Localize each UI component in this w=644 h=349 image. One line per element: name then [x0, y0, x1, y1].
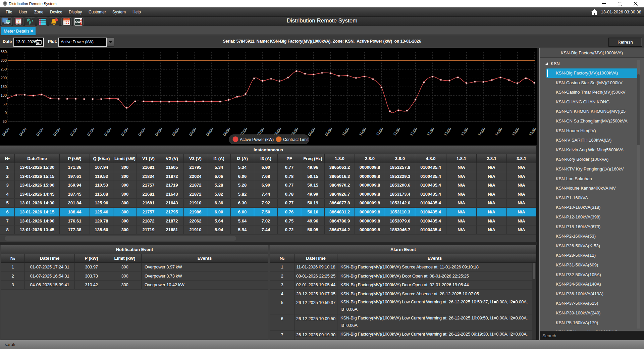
svg-text:Active Power (kW): Active Power (kW) [240, 137, 274, 142]
svg-text:200: 200 [1, 76, 7, 80]
svg-text:13:30: 13:30 [460, 127, 469, 137]
svg-text:Contract Limit: Contract Limit [283, 137, 309, 142]
svg-text:-50: -50 [1, 119, 7, 123]
svg-text:03:00: 03:00 [103, 127, 112, 137]
svg-text:01:00: 01:00 [35, 127, 44, 137]
svg-text:12:30: 12:30 [426, 127, 435, 137]
svg-text:10:30: 10:30 [358, 127, 367, 137]
svg-text:04:00: 04:00 [137, 127, 146, 137]
svg-text:14:00: 14:00 [477, 127, 486, 137]
svg-text:09:30: 09:30 [324, 127, 333, 137]
svg-text:14:30: 14:30 [494, 127, 503, 137]
svg-text:00:30: 00:30 [18, 127, 27, 137]
svg-text:13:00: 13:00 [443, 127, 452, 137]
svg-text:05:00: 05:00 [171, 127, 180, 137]
svg-text:03:30: 03:30 [120, 127, 129, 137]
svg-text:02:00: 02:00 [69, 127, 78, 137]
svg-text:06:00: 06:00 [205, 127, 214, 137]
svg-text:11:00: 11:00 [375, 127, 384, 136]
svg-text:01:30: 01:30 [52, 127, 61, 137]
svg-text:150: 150 [1, 85, 7, 89]
svg-text:11:30: 11:30 [392, 127, 401, 136]
svg-text:350: 350 [1, 50, 7, 54]
svg-text:10:00: 10:00 [341, 127, 350, 137]
svg-text:12:00: 12:00 [409, 127, 418, 137]
svg-text:250: 250 [1, 67, 7, 71]
svg-text:02:30: 02:30 [86, 127, 95, 137]
svg-text:15:30: 15:30 [528, 127, 537, 137]
svg-text:06:30: 06:30 [222, 127, 231, 137]
svg-text:50: 50 [3, 102, 7, 106]
svg-text:100: 100 [1, 93, 7, 97]
svg-text:15:00: 15:00 [511, 127, 520, 137]
svg-text:04:30: 04:30 [154, 127, 163, 137]
svg-text:09:00: 09:00 [307, 127, 316, 137]
svg-text:00:00: 00:00 [1, 127, 10, 137]
svg-text:0: 0 [5, 111, 7, 115]
svg-text:05:30: 05:30 [188, 127, 197, 137]
svg-text:300: 300 [1, 58, 7, 62]
